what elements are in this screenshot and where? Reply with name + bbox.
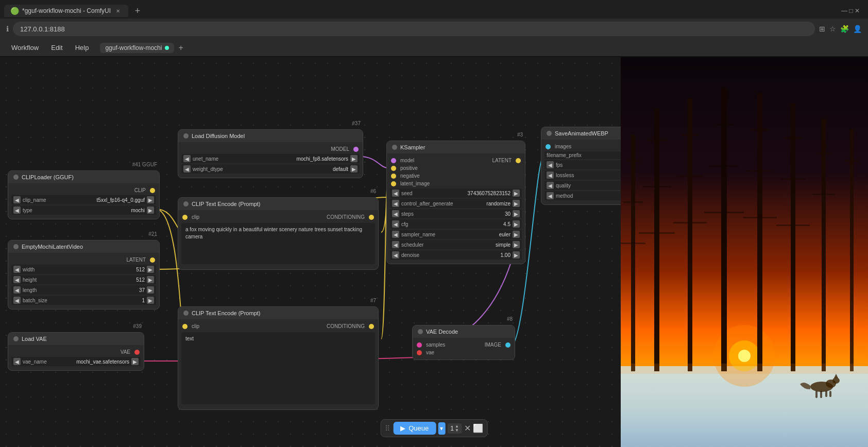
url-input[interactable]: [13, 22, 815, 36]
help-menu[interactable]: Help: [70, 42, 94, 53]
profile-icon[interactable]: 👤: [853, 25, 862, 33]
weight-right[interactable]: ▶: [350, 165, 358, 173]
height-left[interactable]: ◀: [13, 276, 21, 283]
steps-right[interactable]: ▶: [513, 210, 520, 217]
node-id-37: #37: [352, 121, 361, 126]
vae-name-left[interactable]: ◀: [13, 358, 21, 365]
fps-left[interactable]: ◀: [547, 161, 554, 168]
length-left[interactable]: ◀: [13, 286, 21, 294]
sampler-left[interactable]: ◀: [392, 231, 399, 238]
ksampler-pos-port[interactable]: [391, 166, 396, 171]
vae-output-port[interactable]: [134, 350, 140, 355]
queue-dropdown-button[interactable]: ▾: [438, 422, 445, 435]
clip-type-left[interactable]: ◀: [13, 207, 21, 214]
images-input-port[interactable]: [546, 144, 551, 149]
ksampler-model-port[interactable]: [391, 158, 396, 163]
weight-dtype-row: ◀ weight_dtype default ▶: [181, 164, 360, 174]
conditioning-pos-port[interactable]: [369, 215, 374, 220]
ksampler-latent-row: model LATENT: [387, 157, 525, 164]
batch-left[interactable]: ◀: [13, 297, 21, 304]
forest-scene-svg: [621, 57, 868, 447]
workflow-menu[interactable]: Workflow: [6, 42, 44, 53]
seed-right[interactable]: ▶: [513, 190, 520, 197]
method-left[interactable]: ◀: [547, 192, 554, 199]
latent-output-row: LATENT: [8, 256, 159, 264]
scheduler-left[interactable]: ◀: [392, 241, 399, 248]
model-output-port[interactable]: [353, 147, 359, 152]
length-right[interactable]: ▶: [147, 286, 154, 294]
batch-right[interactable]: ▶: [147, 297, 154, 304]
steps-left[interactable]: ◀: [392, 210, 399, 217]
clip-type-right[interactable]: ▶: [147, 207, 154, 214]
clip-name-right[interactable]: ▶: [147, 196, 154, 203]
edit-menu[interactable]: Edit: [46, 42, 67, 53]
width-left[interactable]: ◀: [13, 266, 21, 273]
clip-type-row: ◀ type mochi ▶: [11, 205, 156, 215]
denoise-left[interactable]: ◀: [392, 251, 399, 259]
svg-rect-8: [621, 243, 645, 244]
width-value: 512: [136, 267, 145, 272]
model-output-row: MODEL: [178, 145, 363, 153]
queue-stepper[interactable]: ▲ ▼: [455, 424, 459, 433]
clip-name-left[interactable]: ◀: [13, 196, 21, 203]
tab-close-button[interactable]: ✕: [114, 7, 122, 15]
sampler-right[interactable]: ▶: [513, 231, 520, 238]
control-left[interactable]: ◀: [392, 200, 399, 207]
workflow-canvas[interactable]: #41 GGUF CLIPLoader (GGUF) CLIP ◀ clip_n…: [0, 57, 868, 447]
samples-port[interactable]: [417, 342, 422, 348]
ksampler-latent-port[interactable]: [516, 158, 521, 163]
conditioning-neg-port[interactable]: [369, 324, 374, 329]
seed-left[interactable]: ◀: [392, 190, 399, 197]
height-label: height: [23, 277, 134, 283]
queue-cancel-button[interactable]: ✕: [464, 423, 471, 433]
denoise-right[interactable]: ▶: [513, 251, 520, 259]
svg-rect-27: [780, 178, 806, 180]
vae-output-row: VAE: [8, 348, 144, 356]
lossless-left[interactable]: ◀: [547, 171, 554, 179]
reader-mode-icon[interactable]: ⊞: [819, 25, 825, 33]
control-right[interactable]: ▶: [513, 200, 520, 207]
queue-count-field: 1 ▲ ▼: [447, 423, 462, 434]
clip-output-port[interactable]: [150, 188, 155, 193]
clip-neg-input-port[interactable]: [182, 324, 188, 329]
node-active-dot2: [13, 244, 19, 249]
scheduler-right[interactable]: ▶: [513, 241, 520, 248]
image-output-port[interactable]: [505, 342, 510, 348]
svg-rect-30: [816, 152, 831, 154]
unet-name-right[interactable]: ▶: [350, 155, 358, 162]
width-right[interactable]: ▶: [147, 266, 154, 273]
control-label: control_after_generate: [401, 201, 484, 207]
weight-left[interactable]: ◀: [183, 165, 191, 173]
svg-rect-26: [785, 137, 802, 139]
add-workflow-tab[interactable]: +: [178, 43, 183, 53]
clip-neg-text-content: text: [181, 332, 375, 346]
vae-name-right[interactable]: ▶: [131, 358, 139, 365]
clip-neg-text-area[interactable]: text: [181, 332, 375, 404]
workflow-tab[interactable]: gguf-workflow-mochi: [100, 43, 174, 53]
ksampler-neg-port[interactable]: [391, 174, 396, 179]
height-row: ◀ height 512 ▶: [11, 275, 156, 284]
height-right[interactable]: ▶: [147, 276, 154, 283]
clip-pos-input-port[interactable]: [182, 215, 188, 220]
cfg-right[interactable]: ▶: [513, 220, 520, 228]
vae-input-port[interactable]: [417, 350, 422, 355]
info-icon[interactable]: ℹ: [6, 25, 9, 33]
latent-output-port[interactable]: [150, 257, 155, 263]
svg-rect-23: [747, 170, 773, 172]
queue-count-down[interactable]: ▼: [455, 428, 459, 433]
svg-rect-13: [688, 98, 692, 371]
ksampler-latent-image-port[interactable]: [391, 181, 396, 186]
quality-left[interactable]: ◀: [547, 182, 554, 189]
play-icon: ▶: [400, 424, 405, 432]
queue-button[interactable]: ▶ Queue: [393, 422, 436, 435]
browser-tab[interactable]: 🟢 *gguf-workflow-mochi - ComfyUI ✕: [4, 5, 128, 17]
bookmark-icon[interactable]: ☆: [829, 25, 836, 33]
queue-expand-button[interactable]: ⬜: [473, 423, 483, 433]
unet-name-left[interactable]: ◀: [183, 155, 191, 162]
new-tab-button[interactable]: +: [130, 4, 145, 18]
clip-pos-text-area[interactable]: a fox moving quickly in a beautiful wint…: [181, 223, 375, 264]
svg-rect-11: [642, 186, 671, 187]
cfg-left[interactable]: ◀: [392, 220, 399, 228]
clip-type-label: type: [23, 208, 129, 213]
extensions-icon[interactable]: 🧩: [840, 25, 849, 33]
